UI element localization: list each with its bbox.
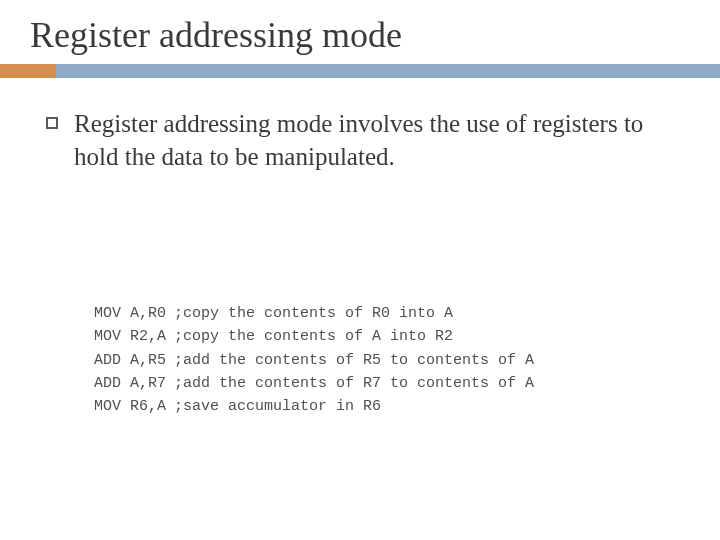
code-block: MOV A,R0 ;copy the contents of R0 into A… xyxy=(94,302,534,418)
bullet-text: Register addressing mode involves the us… xyxy=(74,108,660,173)
code-instr: ADD A,R5 xyxy=(94,349,174,372)
divider-main xyxy=(56,64,720,78)
code-instr: ADD A,R7 xyxy=(94,372,174,395)
code-comment: ;save accumulator in R6 xyxy=(174,395,381,418)
code-comment: ;add the contents of R7 to contents of A xyxy=(174,372,534,395)
code-line: MOV A,R0 ;copy the contents of R0 into A xyxy=(94,302,534,325)
bullet-icon xyxy=(46,117,58,129)
code-line: MOV R2,A ;copy the contents of A into R2 xyxy=(94,325,534,348)
code-comment: ;add the contents of R5 to contents of A xyxy=(174,349,534,372)
title-divider xyxy=(0,64,720,78)
code-line: MOV R6,A ;save accumulator in R6 xyxy=(94,395,534,418)
code-comment: ;copy the contents of A into R2 xyxy=(174,325,453,348)
code-instr: MOV R6,A xyxy=(94,395,174,418)
code-instr: MOV A,R0 xyxy=(94,302,174,325)
code-line: ADD A,R7 ;add the contents of R7 to cont… xyxy=(94,372,534,395)
code-comment: ;copy the contents of R0 into A xyxy=(174,302,453,325)
bullet-row: Register addressing mode involves the us… xyxy=(46,108,660,173)
code-line: ADD A,R5 ;add the contents of R5 to cont… xyxy=(94,349,534,372)
divider-accent xyxy=(0,64,56,78)
code-instr: MOV R2,A xyxy=(94,325,174,348)
page-title: Register addressing mode xyxy=(0,0,720,64)
content-area: Register addressing mode involves the us… xyxy=(0,78,720,173)
